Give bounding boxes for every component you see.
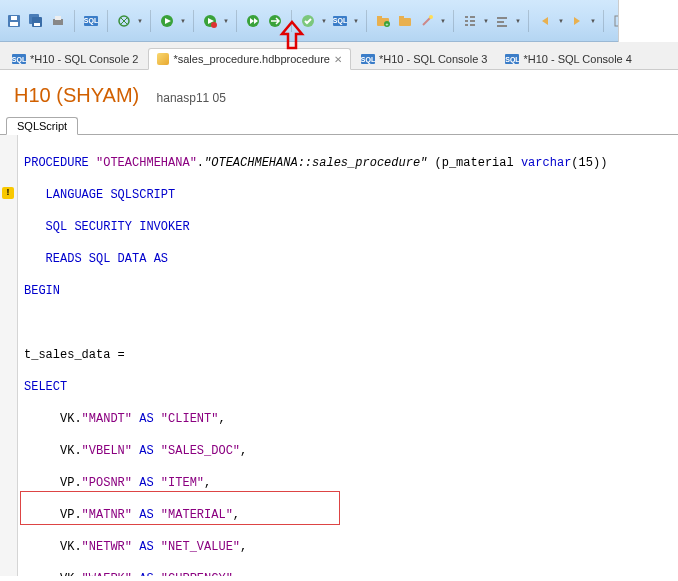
open-folder-icon[interactable] bbox=[395, 11, 415, 31]
chevron-down-icon[interactable]: ▼ bbox=[589, 11, 597, 31]
tab-sql-console-2[interactable]: SQL *H10 - SQL Console 2 bbox=[4, 49, 146, 69]
svg-rect-1 bbox=[10, 22, 18, 26]
svg-rect-28 bbox=[497, 17, 507, 19]
build-icon[interactable] bbox=[114, 11, 134, 31]
chevron-down-icon[interactable]: ▼ bbox=[352, 11, 360, 31]
svg-rect-20 bbox=[399, 16, 404, 19]
chevron-down-icon[interactable]: ▼ bbox=[557, 11, 565, 31]
forward-arrow-icon[interactable] bbox=[567, 11, 587, 31]
format-icon[interactable] bbox=[492, 11, 512, 31]
run-icon[interactable] bbox=[157, 11, 177, 31]
svg-rect-5 bbox=[34, 23, 40, 26]
sql-icon[interactable]: SQL bbox=[81, 11, 101, 31]
separator bbox=[74, 10, 75, 32]
svg-text:+: + bbox=[386, 21, 389, 27]
editor-tab-bar: SQL *H10 - SQL Console 2 *sales_procedur… bbox=[0, 42, 678, 70]
tab-label: *H10 - SQL Console 3 bbox=[379, 53, 487, 65]
editor-gutter: ! bbox=[0, 135, 18, 576]
warning-icon: ! bbox=[2, 187, 14, 199]
svg-rect-27 bbox=[470, 24, 475, 26]
chevron-down-icon[interactable]: ▼ bbox=[514, 11, 522, 31]
check-icon[interactable] bbox=[298, 11, 318, 31]
separator bbox=[107, 10, 108, 32]
main-toolbar: SQL ▼ ▼ ▼ ▼ SQL ▼ + ▼ ▼ ▼ ▼ ▼ ▼ bbox=[0, 0, 678, 42]
debug-icon[interactable] bbox=[200, 11, 220, 31]
new-folder-icon[interactable]: + bbox=[373, 11, 393, 31]
svg-rect-7 bbox=[55, 16, 61, 20]
separator bbox=[236, 10, 237, 32]
separator bbox=[453, 10, 454, 32]
svg-rect-22 bbox=[465, 16, 468, 18]
wand-icon[interactable] bbox=[417, 11, 437, 31]
code-editor[interactable]: ! PROCEDURE "OTEACHMEHANA"."OTEACHMEHANA… bbox=[0, 135, 678, 576]
svg-rect-26 bbox=[470, 20, 475, 22]
tab-sales-procedure[interactable]: *sales_procedure.hdbprocedure ✕ bbox=[148, 48, 351, 70]
editor-header: H10 (SHYAM) hanasp11 05 bbox=[0, 70, 678, 113]
separator bbox=[528, 10, 529, 32]
svg-rect-24 bbox=[465, 24, 468, 26]
chevron-down-icon[interactable]: ▼ bbox=[179, 11, 187, 31]
tab-label: *H10 - SQL Console 2 bbox=[30, 53, 138, 65]
save-all-icon[interactable] bbox=[26, 11, 46, 31]
code-content[interactable]: PROCEDURE "OTEACHMEHANA"."OTEACHMEHANA::… bbox=[18, 135, 678, 576]
sql-button-icon[interactable]: SQL bbox=[330, 11, 350, 31]
step-forward-icon[interactable] bbox=[243, 11, 263, 31]
svg-rect-23 bbox=[465, 20, 468, 22]
svg-rect-30 bbox=[497, 25, 507, 27]
chevron-down-icon[interactable]: ▼ bbox=[482, 11, 490, 31]
sql-tab-icon: SQL bbox=[361, 54, 375, 64]
outline-icon[interactable] bbox=[460, 11, 480, 31]
chevron-down-icon[interactable]: ▼ bbox=[439, 11, 447, 31]
svg-rect-2 bbox=[11, 16, 17, 20]
tab-label: *H10 - SQL Console 4 bbox=[523, 53, 631, 65]
svg-point-11 bbox=[211, 22, 217, 28]
separator bbox=[291, 10, 292, 32]
svg-rect-25 bbox=[470, 16, 475, 18]
separator bbox=[366, 10, 367, 32]
svg-rect-29 bbox=[497, 21, 504, 23]
procedure-tab-icon bbox=[157, 53, 169, 65]
svg-rect-16 bbox=[377, 16, 382, 19]
print-icon[interactable] bbox=[48, 11, 68, 31]
svg-rect-19 bbox=[399, 18, 411, 26]
save-icon[interactable] bbox=[4, 11, 24, 31]
close-icon[interactable]: ✕ bbox=[334, 54, 342, 65]
separator bbox=[603, 10, 604, 32]
connection-subtitle: hanasp11 05 bbox=[157, 91, 226, 105]
chevron-down-icon[interactable]: ▼ bbox=[222, 11, 230, 31]
sql-tab-icon: SQL bbox=[505, 54, 519, 64]
inner-tab-bar: SQLScript bbox=[0, 113, 678, 135]
tab-label: *sales_procedure.hdbprocedure bbox=[173, 53, 330, 65]
svg-point-21 bbox=[429, 15, 433, 19]
back-arrow-icon[interactable] bbox=[535, 11, 555, 31]
separator bbox=[150, 10, 151, 32]
chevron-down-icon[interactable]: ▼ bbox=[320, 11, 328, 31]
chevron-down-icon[interactable]: ▼ bbox=[136, 11, 144, 31]
tab-sql-console-3[interactable]: SQL *H10 - SQL Console 3 bbox=[353, 49, 495, 69]
execute-icon[interactable] bbox=[265, 11, 285, 31]
sql-tab-icon: SQL bbox=[12, 54, 26, 64]
connection-title: H10 (SHYAM) bbox=[14, 84, 139, 106]
tab-sql-console-4[interactable]: SQL *H10 - SQL Console 4 bbox=[497, 49, 639, 69]
toolbar-right-panel bbox=[618, 0, 678, 42]
separator bbox=[193, 10, 194, 32]
sqlscript-tab[interactable]: SQLScript bbox=[6, 117, 78, 135]
